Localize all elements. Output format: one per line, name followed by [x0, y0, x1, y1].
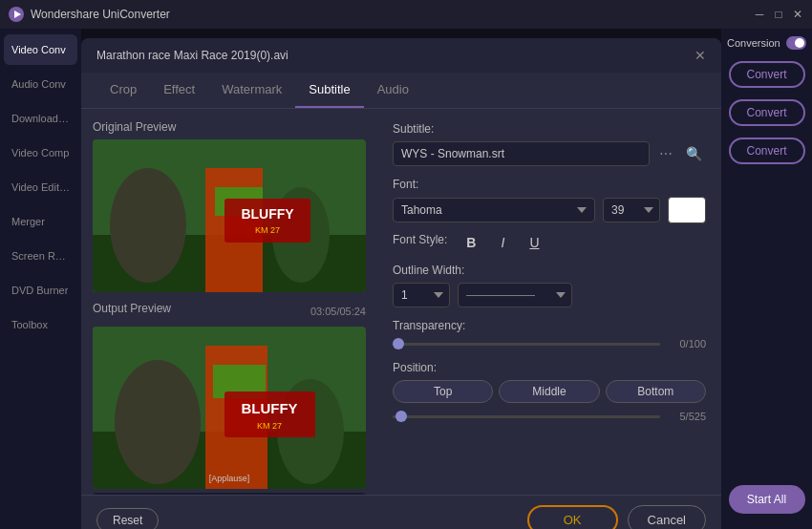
footer-right: OK Cancel	[527, 505, 706, 529]
tab-subtitle[interactable]: Subtitle	[295, 73, 363, 108]
sidebar-item-downloader[interactable]: Downloade...	[4, 103, 77, 134]
font-size-select[interactable]: 39	[603, 198, 660, 222]
transparency-value: 0/100	[668, 338, 706, 349]
font-row: Tahoma 39	[393, 197, 706, 223]
sidebar-item-audio-conv[interactable]: Audio Conv	[4, 69, 77, 99]
convert-button-1[interactable]: Convert	[729, 61, 805, 88]
window-controls: ─ □ ✕	[753, 8, 804, 21]
conversion-label: Conversion	[727, 37, 780, 49]
maximize-button[interactable]: □	[772, 8, 785, 21]
modal-body: Original Preview	[81, 109, 721, 495]
sidebar-item-dvd-burner[interactable]: DVD Burner	[4, 275, 77, 306]
tab-crop[interactable]: Crop	[96, 73, 150, 108]
svg-text:KM 27: KM 27	[255, 225, 280, 235]
transparency-label: Transparency:	[393, 319, 706, 332]
svg-text:KM 27: KM 27	[257, 421, 282, 431]
svg-text:BLUFFY: BLUFFY	[241, 400, 297, 416]
original-preview-video: BLUFFY KM 27	[93, 139, 366, 292]
svg-text:[Applause]: [Applause]	[209, 474, 250, 483]
outline-width-select[interactable]: 1	[393, 283, 450, 307]
position-slider-row: 5/525	[393, 411, 706, 422]
sidebar-item-merger[interactable]: Merger	[4, 206, 77, 237]
start-all-button[interactable]: Start All	[729, 485, 805, 514]
font-style-row: Font Style: B I U	[393, 233, 706, 252]
sidebar-item-video-conv[interactable]: Video Conv	[4, 34, 77, 65]
sidebar-item-screen-rec[interactable]: Screen Rec...	[4, 241, 77, 271]
subtitle-more-button[interactable]: ⋯	[655, 144, 676, 163]
subtitle-modal: Marathon race Maxi Race 2019(0).avi ✕ Cr…	[81, 38, 721, 529]
modal-footer: Reset OK Cancel	[81, 495, 721, 529]
close-button[interactable]: ✕	[791, 8, 804, 21]
output-video-frame: BLUFFY KM 27 [Applause]	[93, 327, 366, 489]
font-style-label: Font Style:	[393, 233, 447, 246]
cancel-button[interactable]: Cancel	[628, 505, 706, 529]
output-preview-video: BLUFFY KM 27 [Applause]	[93, 327, 366, 489]
subtitle-settings: Subtitle: ⋯ 🔍 Font: Tahoma	[377, 109, 721, 495]
tab-effect[interactable]: Effect	[150, 73, 208, 108]
position-label: Position:	[393, 361, 706, 374]
convert-button-3[interactable]: Convert	[729, 138, 805, 164]
conversion-header: Conversion	[727, 36, 806, 50]
modal-tabs: Crop Effect Watermark Subtitle Audio	[81, 73, 721, 109]
italic-button[interactable]: I	[495, 233, 510, 252]
output-time: 03:05/05:24	[310, 306, 366, 317]
subtitle-label: Subtitle:	[393, 122, 706, 136]
svg-point-4	[110, 168, 186, 283]
subtitle-file-row: ⋯ 🔍	[393, 141, 706, 166]
sidebar-item-video-comp[interactable]: Video Comp	[4, 138, 77, 168]
bold-button[interactable]: B	[460, 233, 481, 252]
position-bottom-button[interactable]: Bottom	[606, 380, 706, 403]
modal-title-bar: Marathon race Maxi Race 2019(0).avi ✕	[81, 38, 721, 73]
position-value: 5/525	[668, 411, 706, 422]
output-header: Output Preview 03:05/05:24	[93, 302, 366, 321]
transparency-slider-row: 0/100	[393, 338, 706, 349]
svg-text:BLUFFY: BLUFFY	[241, 206, 294, 222]
subtitle-search-button[interactable]: 🔍	[682, 144, 706, 163]
transparency-slider[interactable]	[393, 343, 660, 346]
position-buttons: Top Middle Bottom	[393, 380, 706, 403]
outline-label: Outline Width:	[393, 264, 706, 277]
tab-audio[interactable]: Audio	[364, 73, 422, 108]
position-row: Position: Top Middle Bottom 5/525	[393, 361, 706, 422]
minimize-button[interactable]: ─	[753, 8, 766, 21]
preview-section: Original Preview	[81, 109, 377, 495]
ok-button[interactable]: OK	[527, 505, 618, 529]
original-preview-label: Original Preview	[93, 120, 366, 134]
position-top-button[interactable]: Top	[393, 380, 493, 403]
svg-point-13	[115, 360, 201, 484]
app-title: Wondershare UniConverter	[31, 8, 753, 21]
subtitle-file-input[interactable]	[393, 141, 650, 166]
modal-title: Marathon race Maxi Race 2019(0).avi	[96, 49, 288, 62]
conversion-toggle[interactable]	[786, 36, 806, 50]
output-preview-label: Output Preview	[93, 302, 171, 315]
modal-overlay: Marathon race Maxi Race 2019(0).avi ✕ Cr…	[81, 29, 721, 529]
app-logo-icon	[8, 6, 25, 23]
tab-watermark[interactable]: Watermark	[208, 73, 295, 108]
outline-color-select[interactable]: ——————	[458, 283, 572, 307]
underline-button[interactable]: U	[524, 233, 545, 252]
title-bar: Wondershare UniConverter ─ □ ✕	[0, 0, 812, 29]
sidebar-item-video-editor[interactable]: Video Edito...	[4, 172, 77, 202]
sidebar: Video Conv Audio Conv Downloade... Video…	[0, 29, 81, 529]
position-middle-button[interactable]: Middle	[499, 380, 599, 403]
font-family-select[interactable]: Tahoma	[393, 198, 595, 222]
modal-close-button[interactable]: ✕	[694, 48, 706, 63]
position-slider[interactable]	[393, 415, 660, 418]
font-label: Font:	[393, 178, 706, 191]
original-video-frame: BLUFFY KM 27	[93, 139, 366, 292]
sidebar-item-toolbox[interactable]: Toolbox	[4, 309, 77, 340]
transparency-row: Transparency: 0/100	[393, 319, 706, 349]
outline-row: 1 ——————	[393, 283, 706, 307]
main-layout: Video Conv Audio Conv Downloade... Video…	[0, 29, 812, 529]
content-area: Marathon race Maxi Race 2019(0).avi ✕ Cr…	[81, 29, 721, 529]
right-panel: Conversion Convert Convert Convert Start…	[721, 29, 812, 529]
reset-button[interactable]: Reset	[96, 508, 159, 530]
font-color-picker[interactable]	[668, 197, 706, 223]
convert-button-2[interactable]: Convert	[729, 99, 805, 126]
